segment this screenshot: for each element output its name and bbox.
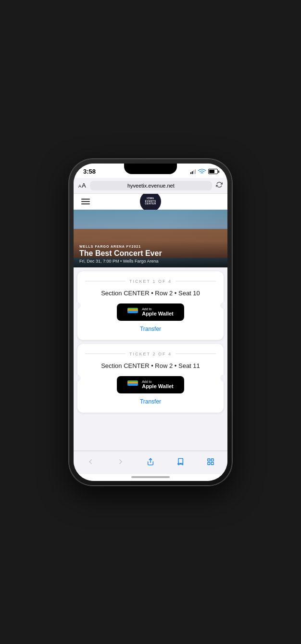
status-icons <box>190 167 218 176</box>
tabs-button[interactable] <box>202 455 219 468</box>
tickets-container: TICKET 1 OF 4 Section CENTER • Row 2 • S… <box>74 267 227 417</box>
url-bar[interactable]: hyveetix.evenue.net <box>90 181 212 190</box>
svg-rect-2 <box>211 459 213 461</box>
venue-tag: WELLS FARGO ARENA FY2021 <box>79 245 222 248</box>
event-details: Fri, Dec 31, 7:00 PM • Wells Fargo Arena <box>79 259 222 264</box>
back-button[interactable] <box>82 455 99 468</box>
logo-text: IOWAEVENTSCENTER <box>145 197 156 205</box>
safari-bottom-bar <box>74 451 227 474</box>
wallet-icon <box>127 308 138 316</box>
hamburger-menu[interactable] <box>81 199 90 204</box>
banner-overlay: WELLS FARGO ARENA FY2021 The Best Concer… <box>74 241 227 267</box>
font-size-control[interactable]: AA <box>78 182 86 189</box>
phone-screen: 3:58 AA hyveetix.evenue.net <box>74 164 227 481</box>
add-to-wallet-button-2[interactable]: Add to Apple Wallet <box>117 376 184 393</box>
svg-rect-3 <box>211 462 213 465</box>
add-to-wallet-button-1[interactable]: Add to Apple Wallet <box>117 303 184 321</box>
site-header: IOWAEVENTSCENTER <box>74 194 227 210</box>
ticket-card-2: TICKET 2 OF 4 Section CENTER • Row 2 • S… <box>77 344 224 413</box>
content-area: IOWAEVENTSCENTER WELLS FARGO ARENA FY202… <box>74 194 227 451</box>
home-bar <box>131 476 170 478</box>
transfer-link-1[interactable]: Transfer <box>85 326 216 332</box>
share-button[interactable] <box>142 455 159 468</box>
battery-icon <box>208 169 218 174</box>
refresh-button[interactable] <box>216 181 223 189</box>
bookmarks-button[interactable] <box>172 455 189 468</box>
wifi-icon <box>198 167 206 176</box>
svg-rect-1 <box>208 459 210 461</box>
ticket-label-2: TICKET 2 OF 4 <box>85 352 216 356</box>
svg-rect-4 <box>208 462 210 465</box>
ticket-seat-2: Section CENTER • Row 2 • Seat 11 <box>85 362 216 369</box>
wallet-icon-2 <box>127 380 138 389</box>
ticket-seat-1: Section CENTER • Row 2 • Seat 10 <box>85 290 216 297</box>
ticket-label-1: TICKET 1 OF 4 <box>85 279 216 284</box>
browser-bar: AA hyveetix.evenue.net <box>74 178 227 194</box>
wallet-btn-text-1: Add to Apple Wallet <box>142 307 174 317</box>
ticket-card-1: TICKET 1 OF 4 Section CENTER • Row 2 • S… <box>77 271 224 340</box>
signal-icon <box>190 169 196 174</box>
home-indicator <box>74 474 227 481</box>
phone-frame: 3:58 AA hyveetix.evenue.net <box>69 159 232 486</box>
event-title: The Best Concert Ever <box>79 249 222 258</box>
event-banner: WELLS FARGO ARENA FY2021 The Best Concer… <box>74 210 227 267</box>
transfer-link-2[interactable]: Transfer <box>85 398 216 405</box>
forward-button[interactable] <box>112 455 129 468</box>
status-time: 3:58 <box>83 168 96 175</box>
notch <box>124 164 177 174</box>
wallet-btn-text-2: Add to Apple Wallet <box>142 380 174 390</box>
